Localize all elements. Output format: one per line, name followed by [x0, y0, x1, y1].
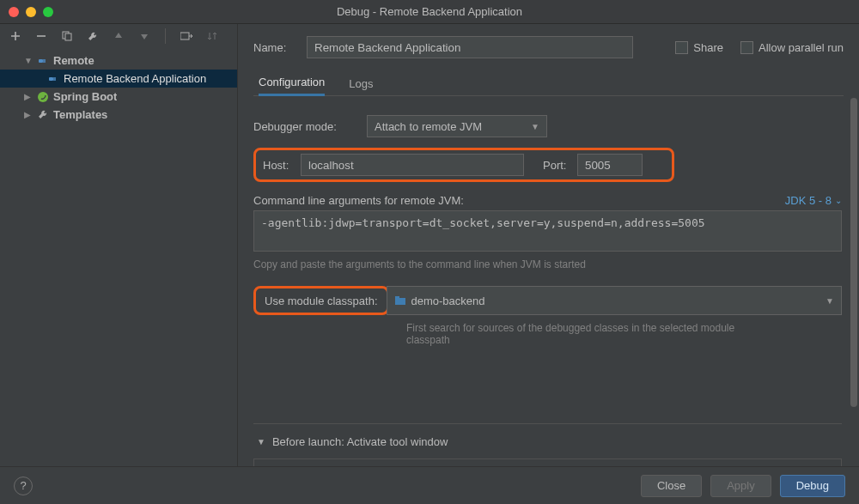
- wrench-icon: [36, 108, 50, 122]
- share-label: Share: [693, 41, 723, 54]
- tree-item-remote-backend[interactable]: Remote Backend Application: [0, 70, 237, 88]
- tree-label: Templates: [53, 108, 107, 121]
- name-input[interactable]: [307, 36, 633, 58]
- apply-button[interactable]: Apply: [710, 475, 771, 497]
- footer: ? Close Apply Debug: [0, 466, 859, 504]
- module-icon: [394, 295, 406, 306]
- help-icon[interactable]: ?: [14, 477, 33, 495]
- share-checkbox[interactable]: Share: [675, 41, 723, 54]
- before-launch-label: Before launch: Activate tool window: [272, 435, 448, 448]
- spring-icon: [36, 90, 50, 104]
- add-icon[interactable]: [9, 29, 22, 43]
- titlebar: Debug - Remote Backend Application: [0, 0, 859, 24]
- section-divider: [253, 423, 842, 424]
- module-hint: First search for sources of the debugged…: [406, 322, 750, 346]
- tree-item-spring-boot[interactable]: ▶ Spring Boot: [0, 88, 237, 106]
- chevron-down-icon: ▼: [531, 122, 539, 131]
- tree-label: Spring Boot: [53, 90, 117, 103]
- cmd-args-label: Command line arguments for remote JVM:: [253, 194, 464, 207]
- chevron-down-icon: ▼: [257, 437, 265, 446]
- sidebar: ▼ Remote Remote Backend Application ▶ Sp…: [0, 24, 238, 466]
- scrollbar[interactable]: [849, 98, 859, 466]
- plug-icon: [46, 72, 60, 86]
- chevron-down-icon: ▼: [24, 56, 33, 65]
- chevron-right-icon: ▶: [24, 110, 33, 119]
- svg-point-5: [38, 92, 48, 102]
- close-window-icon[interactable]: [9, 7, 19, 17]
- move-down-icon[interactable]: [137, 29, 151, 43]
- cmd-hint: Copy and paste the arguments to the comm…: [253, 258, 842, 270]
- port-label: Port:: [543, 159, 577, 172]
- scrollbar-thumb[interactable]: [850, 98, 857, 407]
- remove-icon[interactable]: [34, 29, 48, 43]
- plug-icon: [36, 54, 50, 68]
- tree-item-remote[interactable]: ▼ Remote: [0, 52, 237, 70]
- parallel-checkbox[interactable]: Allow parallel run: [740, 41, 844, 54]
- module-dropdown[interactable]: demo-backend ▼: [387, 286, 842, 315]
- maximize-window-icon[interactable]: [43, 7, 53, 17]
- host-port-highlight: Host: Port:: [253, 148, 674, 182]
- debugger-mode-dropdown[interactable]: Attach to remote JVM ▼: [367, 115, 547, 137]
- debugger-mode-label: Debugger mode:: [253, 120, 358, 133]
- svg-rect-6: [395, 298, 405, 305]
- tab-configuration[interactable]: Configuration: [259, 70, 325, 96]
- window-title: Debug - Remote Backend Application: [0, 5, 859, 18]
- window-controls: [9, 7, 53, 17]
- module-highlight: Use module classpath:: [253, 286, 389, 315]
- before-launch-header[interactable]: ▼ Before launch: Activate tool window: [253, 429, 842, 453]
- parallel-label: Allow parallel run: [758, 41, 844, 54]
- chevron-down-icon: ⌄: [835, 196, 842, 205]
- move-up-icon[interactable]: [112, 29, 125, 43]
- checkbox-icon: [740, 41, 753, 54]
- host-label: Host:: [263, 159, 301, 172]
- tree-item-templates[interactable]: ▶ Templates: [0, 106, 237, 124]
- close-button[interactable]: Close: [641, 475, 702, 497]
- before-launch-tasks: There are no tasks to run before launch: [253, 458, 842, 466]
- config-scroll[interactable]: Debugger mode: Attach to remote JVM ▼ Ho…: [253, 98, 854, 466]
- debug-button[interactable]: Debug: [780, 475, 845, 497]
- tree-label: Remote: [53, 54, 94, 67]
- sidebar-toolbar: [0, 24, 237, 48]
- cmd-args-box[interactable]: -agentlib:jdwp=transport=dt_socket,serve…: [253, 210, 842, 252]
- port-input[interactable]: [577, 154, 643, 176]
- tabs: Configuration Logs: [253, 70, 844, 96]
- checkbox-icon: [675, 41, 688, 54]
- svg-rect-2: [180, 33, 189, 39]
- jdk-link[interactable]: JDK 5 - 8 ⌄: [785, 194, 842, 207]
- minimize-window-icon[interactable]: [26, 7, 36, 17]
- svg-rect-4: [49, 77, 53, 81]
- chevron-right-icon: ▶: [24, 92, 33, 101]
- module-value: demo-backend: [411, 295, 485, 307]
- svg-rect-3: [39, 59, 43, 63]
- name-label: Name:: [253, 41, 296, 54]
- tree-label: Remote Backend Application: [64, 72, 206, 85]
- host-input[interactable]: [301, 154, 524, 176]
- toolbar-separator: [165, 28, 166, 44]
- config-tree: ▼ Remote Remote Backend Application ▶ Sp…: [0, 48, 237, 466]
- wrench-icon[interactable]: [86, 29, 100, 43]
- module-label: Use module classpath:: [265, 295, 378, 307]
- svg-rect-7: [395, 296, 399, 299]
- sort-icon[interactable]: [205, 29, 219, 43]
- folder-export-icon[interactable]: [180, 29, 193, 43]
- copy-icon[interactable]: [60, 29, 74, 43]
- svg-rect-1: [65, 33, 71, 40]
- chevron-down-icon: ▼: [825, 296, 834, 306]
- tab-logs[interactable]: Logs: [349, 70, 373, 96]
- main-panel: Name: Share Allow parallel run Configura…: [238, 24, 859, 466]
- debugger-mode-value: Attach to remote JVM: [375, 120, 482, 133]
